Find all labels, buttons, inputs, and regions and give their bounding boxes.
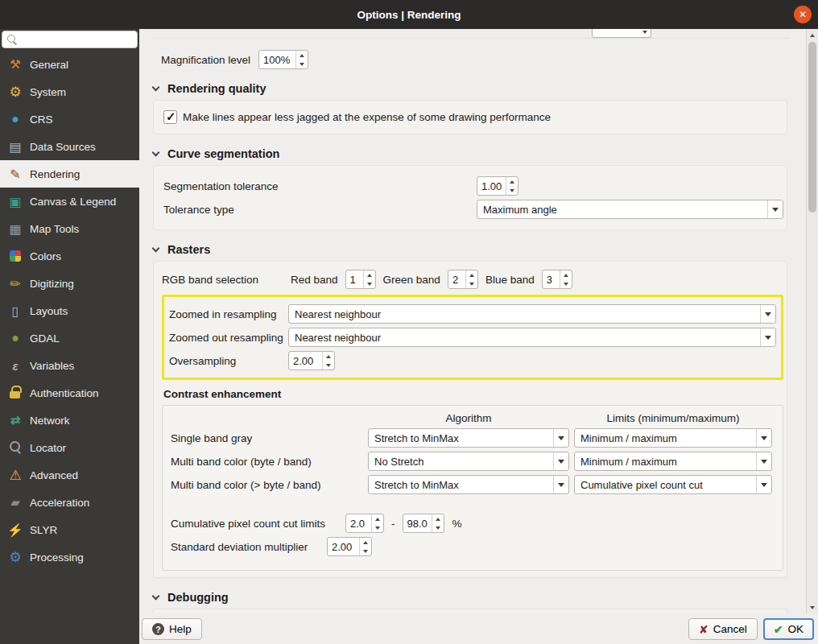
sidebar-item-processing[interactable]: Processing xyxy=(0,543,139,571)
sidebar-item-general[interactable]: General xyxy=(0,51,139,78)
red-band-spinbox: 1 xyxy=(345,270,376,289)
zoomed-in-resampling-combobox[interactable]: Nearest neighbour xyxy=(288,304,776,324)
section-curve-segmentation[interactable]: Curve segmentation xyxy=(153,147,787,160)
sidebar-item-label: Locator xyxy=(30,442,66,454)
scroll-up-button[interactable] xyxy=(807,30,818,40)
contrast-enhancement-panel: Algorithm Limits (minimum/maximum) Singl… xyxy=(162,405,783,571)
highlighted-resampling-box: Zoomed in resampling Nearest neighbour Z… xyxy=(162,295,783,380)
spin-down-button[interactable] xyxy=(560,279,572,288)
table-row: Multi band color (byte / band) No Stretc… xyxy=(171,452,775,471)
spin-down-button[interactable] xyxy=(466,279,477,288)
sidebar-item-crs[interactable]: CRS xyxy=(0,105,139,133)
sidebar-item-colors[interactable]: Colors xyxy=(0,242,139,270)
cumulative-limits-row: Cumulative pixel count cut limits 2.0 - … xyxy=(171,514,775,533)
curve-segmentation-group: Segmentation tolerance 1.00 Tolerance ty… xyxy=(153,165,787,230)
help-icon: ? xyxy=(152,623,164,635)
combo-arrow-icon xyxy=(756,476,771,493)
sidebar-item-rendering[interactable]: Rendering xyxy=(0,160,139,188)
single-band-gray-algorithm-combobox[interactable]: Stretch to MinMax xyxy=(368,428,569,448)
vertical-scrollbar xyxy=(806,29,818,613)
column-header-limits: Limits (minimum/maximum) xyxy=(574,412,772,424)
sidebar-item-system[interactable]: System xyxy=(0,78,139,105)
spin-up-button[interactable] xyxy=(506,177,518,186)
zoomed-out-resampling-combobox[interactable]: Nearest neighbour xyxy=(288,328,776,347)
title-bar: Options | Rendering ✕ xyxy=(0,0,818,29)
section-title: Curve segmentation xyxy=(167,147,279,160)
spin-down-button[interactable] xyxy=(296,60,308,68)
multi-band-byte-limits-combobox[interactable]: Minimum / maximum xyxy=(574,452,772,471)
single-band-gray-limits-combobox[interactable]: Minimum / maximum xyxy=(574,428,772,448)
spin-up-button[interactable] xyxy=(364,270,375,279)
antialias-checkbox[interactable] xyxy=(163,110,177,124)
magnification-value[interactable]: 100% xyxy=(259,51,295,68)
sidebar-item-label: Acceleration xyxy=(30,497,89,509)
red-band-value[interactable]: 1 xyxy=(346,270,363,288)
spin-up-button[interactable] xyxy=(296,51,308,60)
multi-band-gt-byte-limits-combobox[interactable]: Cumulative pixel count cut xyxy=(574,475,772,494)
multi-band-byte-algorithm-combobox[interactable]: No Stretch xyxy=(368,452,569,471)
sidebar-item-locator[interactable]: Locator xyxy=(0,434,139,461)
section-rasters[interactable]: Rasters xyxy=(153,243,787,256)
cumulative-min-value[interactable]: 2.0 xyxy=(346,514,371,532)
sidebar-item-data-sources[interactable]: Data Sources xyxy=(0,133,139,160)
tolerance-type-combobox[interactable]: Maximum angle xyxy=(477,200,783,219)
spin-up-button[interactable] xyxy=(360,538,371,547)
sidebar-item-variables[interactable]: Variables xyxy=(0,352,139,379)
chevron-down-icon xyxy=(152,592,160,600)
spin-up-button[interactable] xyxy=(323,352,334,361)
multi-band-gt-byte-algorithm-combobox[interactable]: Stretch to MinMax xyxy=(368,475,569,494)
antialias-label[interactable]: Make lines appear less jagged at the exp… xyxy=(183,111,551,123)
zoomed-out-resampling-value: Nearest neighbour xyxy=(295,332,760,344)
sidebar-item-digitizing[interactable]: Digitizing xyxy=(0,270,139,297)
sidebar-item-map-tools[interactable]: Map Tools xyxy=(0,215,139,242)
footer-actions: Cancel OK xyxy=(688,618,814,640)
spin-up-button[interactable] xyxy=(560,270,572,279)
search-input[interactable] xyxy=(21,34,133,46)
ok-button[interactable]: OK xyxy=(763,618,814,640)
sidebar-item-label: Variables xyxy=(30,360,74,372)
cumulative-max-value[interactable]: 98.0 xyxy=(403,514,432,532)
spin-down-button[interactable] xyxy=(506,186,518,195)
sidebar-item-gdal[interactable]: GDAL xyxy=(0,324,139,352)
cumulative-min-spinbox: 2.0 xyxy=(345,514,384,533)
oversampling-value[interactable]: 2.00 xyxy=(289,352,322,369)
spin-down-button[interactable] xyxy=(360,547,371,555)
segmentation-tolerance-value[interactable]: 1.00 xyxy=(477,177,506,195)
combo-value: Minimum / maximum xyxy=(580,432,756,444)
scroll-down-button[interactable] xyxy=(807,602,818,613)
close-button[interactable]: ✕ xyxy=(794,6,812,23)
sidebar-item-authentication[interactable]: Authentication xyxy=(0,379,139,407)
spin-down-button[interactable] xyxy=(364,279,375,288)
spin-down-button[interactable] xyxy=(432,523,444,532)
green-band-value[interactable]: 2 xyxy=(448,270,465,288)
sidebar-item-label: Colors xyxy=(30,250,61,262)
spin-down-button[interactable] xyxy=(372,523,383,532)
blue-band-value[interactable]: 3 xyxy=(543,270,560,288)
sidebar-item-advanced[interactable]: Advanced xyxy=(0,461,139,489)
combo-value: Stretch to MinMax xyxy=(374,479,553,491)
range-dash-label: - xyxy=(391,518,395,530)
spin-down-button[interactable] xyxy=(323,361,334,369)
spin-up-button[interactable] xyxy=(466,270,477,279)
spin-up-button[interactable] xyxy=(432,514,444,523)
sidebar-item-canvas-legend[interactable]: Canvas & Legend xyxy=(0,188,139,215)
sidebar-item-slyr[interactable]: SLYR xyxy=(0,516,139,543)
help-button[interactable]: ? Help xyxy=(142,618,202,640)
sidebar-item-layouts[interactable]: Layouts xyxy=(0,297,139,324)
spin-up-button[interactable] xyxy=(372,514,383,523)
zoomed-in-resampling-row: Zoomed in resampling Nearest neighbour xyxy=(169,304,776,324)
sidebar-item-label: Rendering xyxy=(30,168,80,180)
stddev-value[interactable]: 2.00 xyxy=(328,538,359,555)
section-debugging[interactable]: Debugging xyxy=(153,591,787,604)
table-row: Single band gray Stretch to MinMax Minim… xyxy=(171,428,775,448)
cancel-button[interactable]: Cancel xyxy=(688,618,758,640)
partially-scrolled-spinbox[interactable] xyxy=(592,29,651,38)
sidebar-item-acceleration[interactable]: Acceleration xyxy=(0,489,139,516)
scrollbar-thumb[interactable] xyxy=(808,42,816,213)
section-rendering-quality[interactable]: Rendering quality xyxy=(153,82,787,95)
help-button-label: Help xyxy=(169,623,192,635)
magnification-spinbox: 100% xyxy=(258,50,308,69)
magnifier-icon xyxy=(7,440,23,456)
tolerance-type-value: Maximum angle xyxy=(483,204,767,216)
sidebar-item-network[interactable]: Network xyxy=(0,407,139,434)
